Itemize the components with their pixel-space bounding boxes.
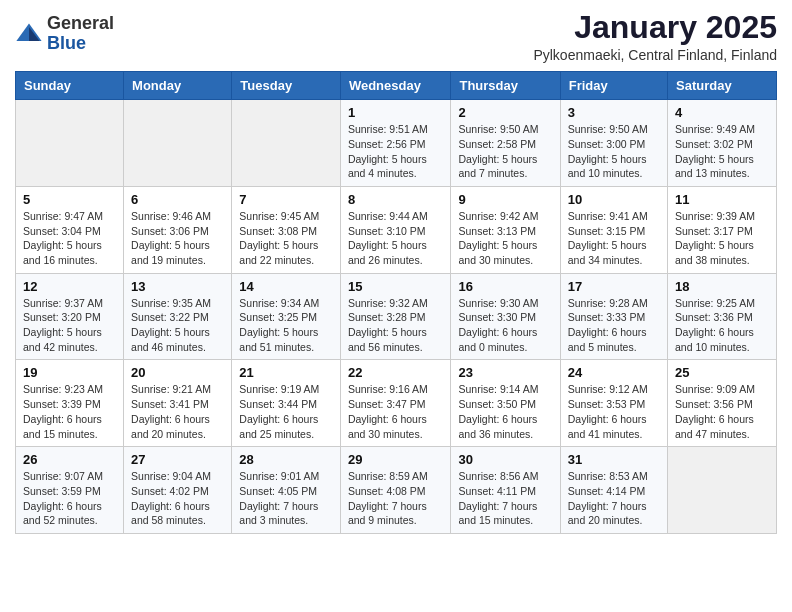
- logo: General Blue: [15, 14, 114, 54]
- day-info: Sunrise: 9:37 AM Sunset: 3:20 PM Dayligh…: [23, 296, 116, 355]
- day-number: 29: [348, 452, 444, 467]
- day-info: Sunrise: 9:45 AM Sunset: 3:08 PM Dayligh…: [239, 209, 333, 268]
- day-info: Sunrise: 9:04 AM Sunset: 4:02 PM Dayligh…: [131, 469, 224, 528]
- calendar-cell: 27Sunrise: 9:04 AM Sunset: 4:02 PM Dayli…: [124, 447, 232, 534]
- day-number: 4: [675, 105, 769, 120]
- day-info: Sunrise: 9:28 AM Sunset: 3:33 PM Dayligh…: [568, 296, 660, 355]
- day-number: 13: [131, 279, 224, 294]
- calendar-cell: 19Sunrise: 9:23 AM Sunset: 3:39 PM Dayli…: [16, 360, 124, 447]
- day-number: 11: [675, 192, 769, 207]
- day-info: Sunrise: 9:51 AM Sunset: 2:56 PM Dayligh…: [348, 122, 444, 181]
- day-number: 30: [458, 452, 552, 467]
- day-number: 26: [23, 452, 116, 467]
- day-info: Sunrise: 8:53 AM Sunset: 4:14 PM Dayligh…: [568, 469, 660, 528]
- calendar-cell: 12Sunrise: 9:37 AM Sunset: 3:20 PM Dayli…: [16, 273, 124, 360]
- day-info: Sunrise: 9:34 AM Sunset: 3:25 PM Dayligh…: [239, 296, 333, 355]
- calendar-cell: 25Sunrise: 9:09 AM Sunset: 3:56 PM Dayli…: [668, 360, 777, 447]
- day-number: 19: [23, 365, 116, 380]
- day-number: 31: [568, 452, 660, 467]
- day-number: 9: [458, 192, 552, 207]
- day-number: 25: [675, 365, 769, 380]
- header: General Blue January 2025 Pylkoenmaeki, …: [15, 10, 777, 63]
- day-info: Sunrise: 9:44 AM Sunset: 3:10 PM Dayligh…: [348, 209, 444, 268]
- day-number: 18: [675, 279, 769, 294]
- day-info: Sunrise: 9:23 AM Sunset: 3:39 PM Dayligh…: [23, 382, 116, 441]
- title-block: January 2025 Pylkoenmaeki, Central Finla…: [533, 10, 777, 63]
- location: Pylkoenmaeki, Central Finland, Finland: [533, 47, 777, 63]
- calendar-cell: 30Sunrise: 8:56 AM Sunset: 4:11 PM Dayli…: [451, 447, 560, 534]
- weekday-header-sunday: Sunday: [16, 72, 124, 100]
- day-number: 20: [131, 365, 224, 380]
- calendar-cell: 2Sunrise: 9:50 AM Sunset: 2:58 PM Daylig…: [451, 100, 560, 187]
- day-info: Sunrise: 9:07 AM Sunset: 3:59 PM Dayligh…: [23, 469, 116, 528]
- day-info: Sunrise: 9:30 AM Sunset: 3:30 PM Dayligh…: [458, 296, 552, 355]
- calendar-cell: 24Sunrise: 9:12 AM Sunset: 3:53 PM Dayli…: [560, 360, 667, 447]
- logo-general-text: General: [47, 14, 114, 34]
- day-info: Sunrise: 9:49 AM Sunset: 3:02 PM Dayligh…: [675, 122, 769, 181]
- calendar-cell: 6Sunrise: 9:46 AM Sunset: 3:06 PM Daylig…: [124, 186, 232, 273]
- day-number: 28: [239, 452, 333, 467]
- day-number: 12: [23, 279, 116, 294]
- calendar-week-row: 1Sunrise: 9:51 AM Sunset: 2:56 PM Daylig…: [16, 100, 777, 187]
- calendar-cell: 5Sunrise: 9:47 AM Sunset: 3:04 PM Daylig…: [16, 186, 124, 273]
- weekday-header-friday: Friday: [560, 72, 667, 100]
- day-info: Sunrise: 8:59 AM Sunset: 4:08 PM Dayligh…: [348, 469, 444, 528]
- calendar-cell: 16Sunrise: 9:30 AM Sunset: 3:30 PM Dayli…: [451, 273, 560, 360]
- day-info: Sunrise: 9:42 AM Sunset: 3:13 PM Dayligh…: [458, 209, 552, 268]
- calendar-cell: 28Sunrise: 9:01 AM Sunset: 4:05 PM Dayli…: [232, 447, 341, 534]
- day-number: 16: [458, 279, 552, 294]
- calendar-cell: 22Sunrise: 9:16 AM Sunset: 3:47 PM Dayli…: [340, 360, 451, 447]
- calendar-cell: 15Sunrise: 9:32 AM Sunset: 3:28 PM Dayli…: [340, 273, 451, 360]
- calendar-cell: 4Sunrise: 9:49 AM Sunset: 3:02 PM Daylig…: [668, 100, 777, 187]
- weekday-header-monday: Monday: [124, 72, 232, 100]
- weekday-header-saturday: Saturday: [668, 72, 777, 100]
- day-number: 3: [568, 105, 660, 120]
- day-info: Sunrise: 9:39 AM Sunset: 3:17 PM Dayligh…: [675, 209, 769, 268]
- weekday-header-thursday: Thursday: [451, 72, 560, 100]
- day-info: Sunrise: 9:12 AM Sunset: 3:53 PM Dayligh…: [568, 382, 660, 441]
- weekday-header-tuesday: Tuesday: [232, 72, 341, 100]
- calendar-cell: 7Sunrise: 9:45 AM Sunset: 3:08 PM Daylig…: [232, 186, 341, 273]
- calendar-cell: 17Sunrise: 9:28 AM Sunset: 3:33 PM Dayli…: [560, 273, 667, 360]
- day-number: 22: [348, 365, 444, 380]
- day-info: Sunrise: 9:32 AM Sunset: 3:28 PM Dayligh…: [348, 296, 444, 355]
- day-info: Sunrise: 9:46 AM Sunset: 3:06 PM Dayligh…: [131, 209, 224, 268]
- calendar-cell: 14Sunrise: 9:34 AM Sunset: 3:25 PM Dayli…: [232, 273, 341, 360]
- day-number: 15: [348, 279, 444, 294]
- day-info: Sunrise: 9:50 AM Sunset: 2:58 PM Dayligh…: [458, 122, 552, 181]
- calendar-cell: 18Sunrise: 9:25 AM Sunset: 3:36 PM Dayli…: [668, 273, 777, 360]
- day-number: 27: [131, 452, 224, 467]
- calendar-cell: [124, 100, 232, 187]
- logo-icon: [15, 20, 43, 48]
- calendar-cell: 9Sunrise: 9:42 AM Sunset: 3:13 PM Daylig…: [451, 186, 560, 273]
- calendar-cell: 8Sunrise: 9:44 AM Sunset: 3:10 PM Daylig…: [340, 186, 451, 273]
- day-number: 17: [568, 279, 660, 294]
- calendar-cell: [16, 100, 124, 187]
- day-number: 10: [568, 192, 660, 207]
- day-info: Sunrise: 9:16 AM Sunset: 3:47 PM Dayligh…: [348, 382, 444, 441]
- day-info: Sunrise: 9:25 AM Sunset: 3:36 PM Dayligh…: [675, 296, 769, 355]
- calendar-cell: 26Sunrise: 9:07 AM Sunset: 3:59 PM Dayli…: [16, 447, 124, 534]
- calendar-cell: 3Sunrise: 9:50 AM Sunset: 3:00 PM Daylig…: [560, 100, 667, 187]
- calendar-cell: 1Sunrise: 9:51 AM Sunset: 2:56 PM Daylig…: [340, 100, 451, 187]
- day-info: Sunrise: 9:09 AM Sunset: 3:56 PM Dayligh…: [675, 382, 769, 441]
- calendar-cell: 10Sunrise: 9:41 AM Sunset: 3:15 PM Dayli…: [560, 186, 667, 273]
- calendar-cell: 29Sunrise: 8:59 AM Sunset: 4:08 PM Dayli…: [340, 447, 451, 534]
- calendar-header-row: SundayMondayTuesdayWednesdayThursdayFrid…: [16, 72, 777, 100]
- page-container: General Blue January 2025 Pylkoenmaeki, …: [0, 0, 792, 549]
- day-info: Sunrise: 9:41 AM Sunset: 3:15 PM Dayligh…: [568, 209, 660, 268]
- calendar-cell: 11Sunrise: 9:39 AM Sunset: 3:17 PM Dayli…: [668, 186, 777, 273]
- day-number: 7: [239, 192, 333, 207]
- day-number: 6: [131, 192, 224, 207]
- day-info: Sunrise: 9:01 AM Sunset: 4:05 PM Dayligh…: [239, 469, 333, 528]
- calendar-cell: 31Sunrise: 8:53 AM Sunset: 4:14 PM Dayli…: [560, 447, 667, 534]
- calendar-cell: [668, 447, 777, 534]
- day-number: 24: [568, 365, 660, 380]
- calendar-cell: 21Sunrise: 9:19 AM Sunset: 3:44 PM Dayli…: [232, 360, 341, 447]
- day-number: 1: [348, 105, 444, 120]
- calendar-cell: [232, 100, 341, 187]
- calendar-cell: 23Sunrise: 9:14 AM Sunset: 3:50 PM Dayli…: [451, 360, 560, 447]
- day-number: 14: [239, 279, 333, 294]
- calendar-week-row: 12Sunrise: 9:37 AM Sunset: 3:20 PM Dayli…: [16, 273, 777, 360]
- calendar-cell: 20Sunrise: 9:21 AM Sunset: 3:41 PM Dayli…: [124, 360, 232, 447]
